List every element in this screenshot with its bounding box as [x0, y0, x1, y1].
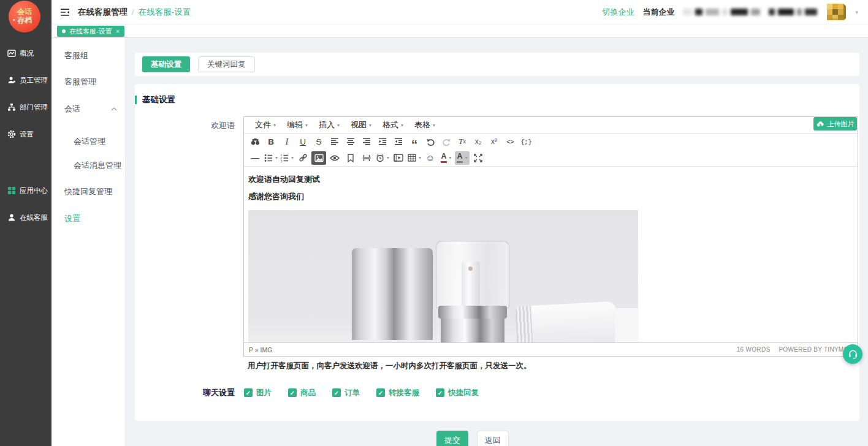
primary-sidebar: 会话 存档 概况 员工管理 部门管理 设置 应用中心 在线客服 — [0, 0, 51, 446]
submenu-item-quick-reply-management[interactable]: 快捷回复管理 — [64, 186, 112, 197]
background-color-button[interactable]: A — [455, 151, 470, 165]
submit-button[interactable]: 提交 — [436, 431, 468, 446]
checkbox-checked-icon[interactable] — [288, 388, 297, 397]
sidebar-item-departments[interactable]: 部门管理 — [0, 101, 51, 113]
chat-option-transfer[interactable]: 转接客服 — [376, 388, 419, 398]
media-button[interactable] — [391, 151, 406, 165]
tab-keyword-reply[interactable]: 关键词回复 — [198, 56, 255, 72]
checkbox-checked-icon[interactable] — [376, 388, 385, 397]
sidebar-item-label: 概况 — [20, 49, 34, 58]
open-page-tab[interactable]: 在线客服-设置 — [57, 26, 124, 37]
link-icon — [299, 153, 308, 162]
tab-basic-settings[interactable]: 基础设置 — [142, 56, 190, 72]
user-menu-caret-icon[interactable]: ▾ — [855, 9, 858, 15]
align-center-button[interactable] — [343, 135, 358, 148]
chat-option-image[interactable]: 图片 — [244, 388, 272, 398]
menu-format[interactable]: 格式 — [377, 119, 409, 130]
preview-button[interactable] — [327, 151, 342, 165]
page-tabs: 基础设置 关键词回复 — [135, 53, 859, 72]
sidebar-item-app-center[interactable]: 应用中心 — [0, 184, 51, 197]
editor-toolbar-row2: — 123 ☺ A A — [244, 149, 858, 166]
code-sample-button[interactable]: {;} — [519, 135, 533, 148]
blockquote-button[interactable]: “ — [407, 135, 422, 148]
avatar[interactable] — [826, 2, 847, 22]
page-break-button[interactable] — [359, 151, 374, 165]
submenu-item-settings[interactable]: 设置 — [64, 213, 80, 224]
underline-button[interactable]: U — [295, 135, 310, 148]
sidebar-item-label: 部门管理 — [20, 103, 48, 112]
sidebar-item-settings[interactable]: 设置 — [0, 128, 51, 140]
submenu-item-session-message-management[interactable]: 会话消息管理 — [74, 160, 121, 171]
clear-formatting-button[interactable]: Tx — [455, 135, 470, 148]
subscript-button[interactable]: x₂ — [471, 135, 485, 148]
word-count[interactable]: 16 WORDS — [737, 346, 771, 353]
chat-option-product[interactable]: 商品 — [288, 388, 316, 398]
horizontal-rule-button[interactable]: — — [248, 151, 262, 165]
breadcrumb-root[interactable]: 在线客服管理 — [78, 7, 128, 18]
redo-button[interactable] — [439, 135, 454, 148]
back-button[interactable]: 返回 — [477, 431, 509, 446]
checkbox-checked-icon[interactable] — [244, 388, 253, 397]
anchor-button[interactable] — [343, 151, 358, 165]
tab-close-icon[interactable] — [116, 28, 120, 35]
page-tabs-card: 基础设置 关键词回复 — [135, 53, 859, 76]
main-content: 基础设置 关键词回复 基础设置 欢迎语 上传图片 文件 编辑 插入 视图 格式 … — [126, 38, 868, 446]
link-button[interactable] — [295, 151, 310, 165]
emoticons-button[interactable]: ☺ — [423, 151, 438, 165]
editor-status-bar: P » IMG 16 WORDS POWERED BY TINYMCE — [244, 342, 858, 356]
collapse-sidebar-icon[interactable] — [60, 8, 70, 17]
indent-button[interactable] — [391, 135, 406, 148]
sidebar-item-employees[interactable]: 员工管理 — [0, 74, 51, 86]
menu-edit[interactable]: 编辑 — [281, 119, 313, 130]
checkbox-checked-icon[interactable] — [436, 388, 444, 397]
cosmetic-tube — [515, 301, 619, 342]
sidebar-item-label: 在线客服 — [20, 213, 48, 222]
welcome-message-image[interactable] — [248, 210, 638, 342]
chat-option-order[interactable]: 订单 — [332, 388, 360, 398]
insert-datetime-icon — [376, 154, 384, 162]
text-color-button[interactable]: A — [439, 151, 454, 165]
submenu-item-service-management[interactable]: 客服管理 — [64, 77, 96, 88]
italic-button[interactable]: I — [280, 135, 294, 148]
bullet-list-button[interactable] — [264, 151, 278, 165]
chevron-up-icon[interactable] — [111, 107, 117, 111]
cloud-upload-icon — [817, 121, 824, 127]
upload-image-button[interactable]: 上传图片 — [813, 117, 857, 130]
tinymce-branding[interactable]: POWERED BY TINYMCE — [779, 346, 853, 353]
section-title: 基础设置 — [135, 94, 175, 105]
table-button[interactable] — [407, 151, 422, 165]
sidebar-item-overview[interactable]: 概况 — [0, 47, 51, 59]
welcome-text-line[interactable]: 欢迎语自动回复测试 — [248, 174, 858, 185]
app-center-icon — [7, 186, 16, 195]
insert-datetime-button[interactable] — [375, 151, 390, 165]
menu-table[interactable]: 表格 — [409, 119, 441, 130]
strikethrough-button[interactable]: S — [311, 135, 326, 148]
align-right-button[interactable] — [359, 135, 374, 148]
submenu-item-session-management[interactable]: 会话管理 — [74, 136, 105, 147]
element-path[interactable]: P » IMG — [249, 346, 272, 353]
align-left-button[interactable] — [327, 135, 342, 148]
bold-button[interactable]: B — [264, 135, 278, 148]
numbered-list-button[interactable]: 123 — [280, 151, 294, 165]
welcome-text-line[interactable]: 感谢您咨询我们 — [248, 191, 858, 202]
chat-option-quick-reply[interactable]: 快捷回复 — [436, 388, 479, 398]
image-button[interactable] — [311, 151, 326, 165]
sidebar-item-label: 设置 — [20, 130, 34, 139]
editor-content-area[interactable]: 欢迎语自动回复测试 感谢您咨询我们 — [244, 166, 858, 342]
menu-insert[interactable]: 插入 — [313, 119, 345, 130]
superscript-button[interactable]: x² — [487, 135, 501, 148]
switch-company-link[interactable]: 切换企业 — [602, 7, 634, 18]
code-button[interactable]: <> — [503, 135, 517, 148]
menu-file[interactable]: 文件 — [249, 119, 281, 130]
customer-service-float-button[interactable] — [843, 344, 862, 364]
checkbox-checked-icon[interactable] — [332, 388, 341, 397]
submenu-item-service-groups[interactable]: 客服组 — [64, 50, 88, 61]
sidebar-item-online-service[interactable]: 在线客服 — [0, 211, 51, 224]
undo-button[interactable] — [423, 135, 438, 148]
secondary-sidebar: 客服组 客服管理 会话 会话管理 会话消息管理 快捷回复管理 设置 — [51, 38, 126, 446]
find-replace-button[interactable] — [248, 135, 262, 148]
submenu-item-sessions[interactable]: 会话 — [64, 104, 80, 115]
menu-view[interactable]: 视图 — [345, 119, 377, 130]
fullscreen-button[interactable] — [471, 151, 485, 165]
outdent-button[interactable] — [375, 135, 390, 148]
